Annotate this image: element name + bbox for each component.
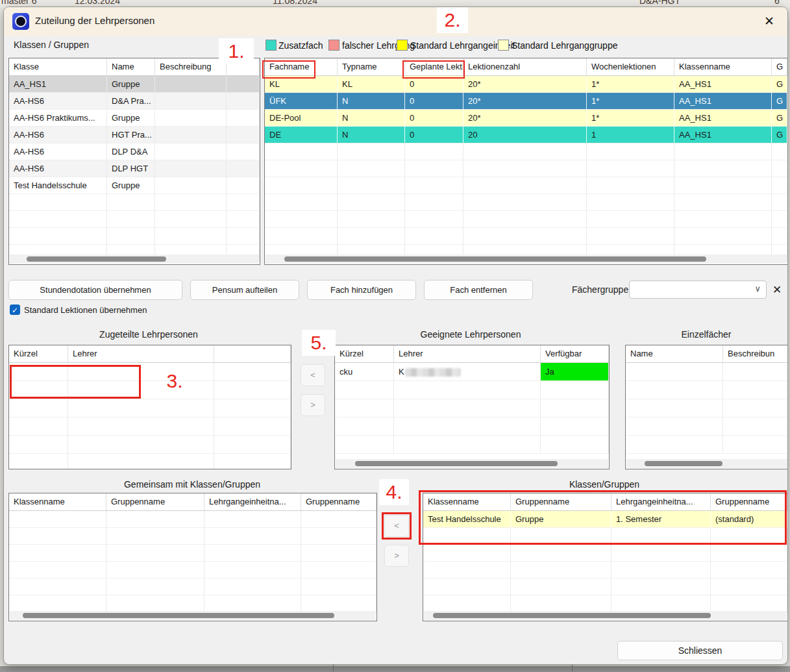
column-header-kuerzel[interactable]: Kürzel xyxy=(9,345,68,362)
scrollbar-thumb[interactable] xyxy=(284,256,706,262)
cell: AA-HS6 xyxy=(9,93,107,109)
horizontal-scrollbar[interactable] xyxy=(265,255,787,264)
column-header-lehrer[interactable]: Lehrer xyxy=(68,345,214,362)
scrollbar-thumb[interactable] xyxy=(23,613,334,618)
cell: AA-HS6 Praktikums... xyxy=(9,110,107,126)
move-right-button[interactable]: > xyxy=(384,545,409,567)
scrollbar-thumb[interactable] xyxy=(433,613,711,618)
column-header-geplante-lektionen[interactable]: Geplante Lekti... xyxy=(405,58,463,75)
column-header-gruppenname2[interactable]: Gruppenname xyxy=(301,493,376,510)
column-header-gruppenname[interactable]: Gruppenname xyxy=(106,493,204,510)
table-row[interactable]: cku K Ja xyxy=(335,363,609,381)
move-left-button[interactable]: < xyxy=(301,364,325,386)
column-header-wochenlektionen[interactable]: Wochenlektionen xyxy=(587,58,674,75)
fach-hinzufuegen-button[interactable]: Fach hinzufügen xyxy=(307,280,416,300)
empty-row xyxy=(265,194,787,211)
table-header-row: Name Beschreibun xyxy=(626,345,788,363)
column-header-gruppenname2[interactable]: Gruppenname xyxy=(711,493,787,510)
empty-row xyxy=(423,545,787,562)
close-icon[interactable]: ✕ xyxy=(760,12,778,31)
column-header-klassenname[interactable]: Klassenname xyxy=(423,493,511,510)
table-row[interactable]: DE-Pool N 0 20* 1* AA_HS1 G xyxy=(265,110,787,127)
standard-lektionen-checkbox[interactable]: ✓ xyxy=(10,305,20,315)
schliessen-button[interactable]: Schliessen xyxy=(617,641,783,660)
cell: 1* xyxy=(587,110,674,126)
bg-text-fragment: 6 xyxy=(774,0,780,6)
column-header-beschreibung[interactable]: Beschreibung xyxy=(155,58,227,75)
empty-row xyxy=(423,595,787,612)
column-header-gruppenname-clipped[interactable]: G xyxy=(772,58,787,75)
table-row[interactable]: AA-HS6 Praktikums... Gruppe xyxy=(9,110,260,127)
zugeteilte-lehrpersonen-table: Kürzel Lehrer xyxy=(8,345,291,469)
column-header-klasse[interactable]: Klasse xyxy=(9,58,107,75)
cell: N xyxy=(338,110,405,126)
table-row[interactable]: Test Handelsschule Gruppe 1. Semester (s… xyxy=(423,511,787,528)
empty-row xyxy=(335,381,609,399)
table-header-row: Kürzel Lehrer Verfügbar xyxy=(335,345,609,363)
move-left-button[interactable]: < xyxy=(384,515,409,537)
horizontal-scrollbar[interactable] xyxy=(626,459,787,468)
column-header-lehrgangeinheitname[interactable]: Lehrgangeinheitna... xyxy=(611,493,711,510)
column-header-empty xyxy=(227,58,260,75)
empty-row xyxy=(335,399,609,417)
cell: G xyxy=(772,110,787,126)
cell: AA_HS1 xyxy=(9,76,107,92)
legend-swatch-standard-lehrgangeinheit xyxy=(397,40,408,51)
table-row[interactable]: KL KL 0 20* 1* AA_HS1 G xyxy=(265,76,787,93)
table-row[interactable]: AA-HS6 DLP D&A xyxy=(9,143,260,160)
table-row[interactable]: Test Handelsschule Gruppe xyxy=(9,177,260,194)
cell: Test Handelsschule xyxy=(9,177,107,193)
bg-text-fragment: D&A-HGT xyxy=(639,0,680,6)
cell: 0 xyxy=(405,76,463,92)
stundendotation-uebernehmen-button[interactable]: Stundendotation übernehmen xyxy=(8,280,182,300)
table-row[interactable]: AA-HS6 HGT Pra... xyxy=(9,127,260,143)
cell: DLP HGT xyxy=(107,160,155,177)
table-row-selected[interactable]: ÜFK N 0 20* 1* AA_HS1 G xyxy=(265,93,787,110)
scrollbar-thumb[interactable] xyxy=(645,461,722,466)
empty-row xyxy=(626,399,788,417)
clear-faechergruppe-icon[interactable]: ✕ xyxy=(772,283,782,297)
cell: 1. Semester xyxy=(611,511,711,527)
column-header-lehrer[interactable]: Lehrer xyxy=(394,345,541,362)
column-header-name[interactable]: Name xyxy=(626,345,723,362)
chevron-down-icon: ∨ xyxy=(754,284,761,293)
horizontal-scrollbar[interactable] xyxy=(336,459,608,468)
column-header-klassenname[interactable]: Klassenname xyxy=(674,58,772,75)
empty-row xyxy=(423,579,787,595)
cell: N xyxy=(338,93,405,109)
cell xyxy=(227,76,260,92)
horizontal-scrollbar[interactable] xyxy=(10,255,259,264)
faechergruppe-combobox[interactable]: ∨ xyxy=(629,280,767,299)
horizontal-scrollbar[interactable] xyxy=(10,611,376,620)
column-header-name[interactable]: Name xyxy=(107,58,155,75)
cell: ÜFK xyxy=(265,93,338,109)
table-header-row: Fachname Typname Geplante Lekti... Lekti… xyxy=(265,58,787,76)
empty-row xyxy=(9,381,291,399)
gemeinsam-title: Gemeinsam mit Klassen/Gruppen xyxy=(124,479,260,490)
column-header-gruppenname[interactable]: Gruppenname xyxy=(511,493,611,510)
empty-row xyxy=(9,528,376,545)
table-row[interactable]: AA_HS1 Gruppe xyxy=(9,76,260,93)
column-header-lektionenzahl[interactable]: Lektionenzahl xyxy=(463,58,587,75)
column-header-klassenname[interactable]: Klassenname xyxy=(9,493,106,510)
cell: (standard) xyxy=(711,511,787,527)
geeignete-lehrpersonen-table: Kürzel Lehrer Verfügbar cku K Ja xyxy=(334,345,610,469)
pensum-aufteilen-button[interactable]: Pensum aufteilen xyxy=(190,280,299,300)
column-header-typname[interactable]: Typname xyxy=(338,58,405,75)
column-header-lehrgangeinheitname[interactable]: Lehrgangeinheitna... xyxy=(204,493,301,510)
cell xyxy=(155,93,227,109)
column-header-kuerzel[interactable]: Kürzel xyxy=(335,345,394,362)
move-right-button[interactable]: > xyxy=(301,394,325,416)
fach-entfernen-button[interactable]: Fach entfernen xyxy=(424,280,533,300)
table-row[interactable]: DE N 0 20 1 AA_HS1 G xyxy=(265,127,787,143)
column-header-verfuegbar[interactable]: Verfügbar xyxy=(541,345,609,362)
cell: D&A Pra... xyxy=(107,93,155,109)
scrollbar-thumb[interactable] xyxy=(355,461,558,466)
scrollbar-thumb[interactable] xyxy=(27,256,166,262)
column-header-beschreibung-clipped[interactable]: Beschreibun xyxy=(723,345,788,362)
cell: AA-HS6 xyxy=(9,160,107,177)
horizontal-scrollbar[interactable] xyxy=(424,611,787,620)
table-row[interactable]: AA-HS6 D&A Pra... xyxy=(9,93,260,110)
column-header-fachname[interactable]: Fachname xyxy=(265,58,338,75)
table-row[interactable]: AA-HS6 DLP HGT xyxy=(9,160,260,177)
